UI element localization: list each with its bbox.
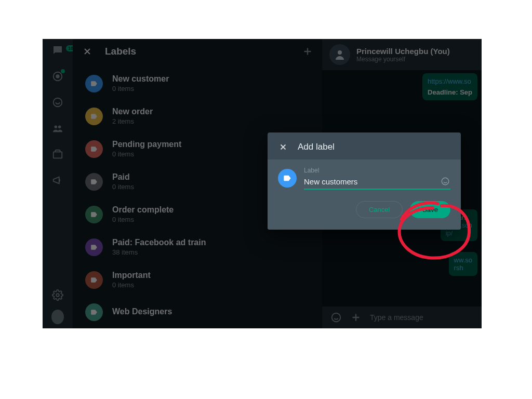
label-count: 2 items [112,117,153,125]
label-color-icon [85,108,103,125]
chat-bubble: ww.so rsh [449,252,477,276]
catalog-icon[interactable] [51,148,64,161]
chats-icon[interactable] [51,44,64,57]
label-count: 0 items [112,281,151,289]
save-button[interactable]: Save [410,201,450,218]
label-item[interactable]: New customer0 items [73,67,322,100]
communities-icon[interactable] [51,122,64,135]
label-name-input[interactable] [304,177,436,186]
bubble-line: rsh [454,264,472,272]
svg-point-6 [56,294,59,297]
emoji-picker-icon[interactable] [440,176,450,187]
field-label: Label [304,167,450,174]
chat-input-bar: Type a message [322,307,482,328]
settings-icon[interactable] [51,289,64,301]
label-color-icon [85,75,103,92]
labels-title: Labels [105,46,290,57]
add-label-button[interactable] [301,45,314,58]
cancel-button[interactable]: Cancel [356,201,403,218]
bubble-line: ip/ [446,229,472,237]
label-name: Important [112,271,151,280]
attach-icon[interactable] [350,312,362,323]
chat-subtitle: Message yourself [356,56,450,63]
modal-title: Add label [298,142,335,152]
label-color-icon [85,173,103,191]
label-color-icon [85,238,103,256]
label-count: 0 items [112,150,181,158]
add-label-modal: Add label Label Cancel Save [268,132,461,230]
svg-point-7 [338,50,342,55]
chat-header[interactable]: Princewill Uchegbu (You) Message yoursel… [322,39,482,70]
chat-avatar [329,44,350,65]
svg-point-8 [332,313,341,322]
label-name: New customer [112,74,169,84]
svg-point-9 [442,178,449,185]
profile-avatar[interactable] [51,311,64,323]
label-color-swatch[interactable] [278,169,297,188]
status-icon[interactable] [51,70,64,83]
label-name: Pending payment [112,140,181,149]
svg-point-1 [56,75,59,78]
svg-rect-5 [54,152,62,158]
label-item[interactable]: New order2 items [73,100,322,132]
label-name: Paid: Facebook ad train [112,238,206,247]
label-item[interactable]: Important0 items [73,263,322,296]
label-count: 0 items [112,183,134,191]
close-labels-icon[interactable] [81,45,94,58]
emoji-icon[interactable] [330,312,342,323]
label-count: 0 items [112,85,169,92]
labels-header: Labels [73,39,322,64]
close-modal-icon[interactable] [278,142,288,152]
bubble-line: https://www.so [428,77,472,85]
label-count: 0 items [112,216,174,223]
svg-point-3 [55,126,58,129]
label-name: Order complete [112,205,174,215]
label-color-icon [85,271,103,289]
label-color-icon [85,140,103,158]
label-item[interactable]: Paid: Facebook ad train38 items [73,231,322,263]
advertise-icon[interactable] [51,174,64,187]
message-input[interactable]: Type a message [370,313,473,322]
bubble-line: ww.so [454,256,472,264]
chat-bubble: https://www.so Deadline: Sep [422,73,477,100]
label-name: Web Designers [112,307,172,316]
channels-icon[interactable] [51,96,64,109]
label-item[interactable]: Web Designers [73,296,322,328]
label-count: 38 items [112,248,206,256]
sidebar: 100 [43,39,73,328]
label-name: Paid [112,172,134,182]
svg-point-4 [58,126,61,129]
label-name: New order [112,107,153,116]
bubble-line: Deadline: Sep [428,88,472,96]
svg-point-2 [54,98,62,107]
chat-title: Princewill Uchegbu (You) [356,47,450,56]
label-color-icon [85,206,103,223]
label-color-icon [85,303,103,321]
